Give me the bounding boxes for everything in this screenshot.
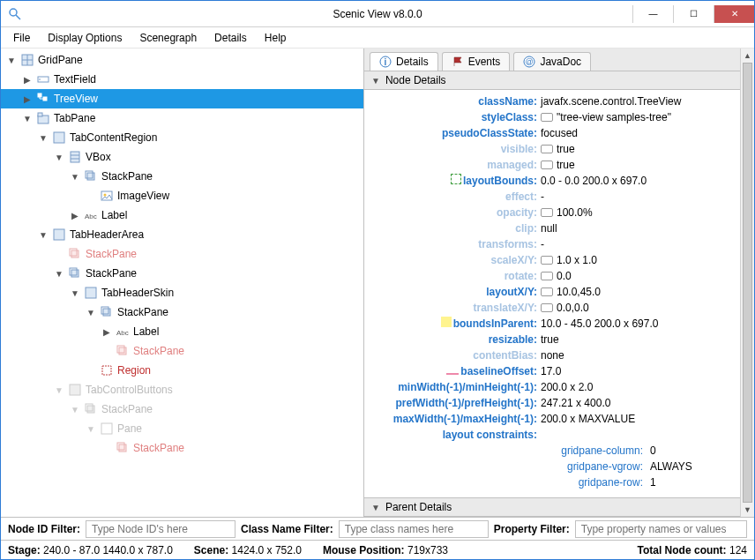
tree-node-label: StackPane: [101, 170, 153, 183]
tree-node[interactable]: ▶AbcLabel: [1, 205, 363, 225]
svg-rect-17: [87, 173, 94, 180]
property-key: contentBias:: [371, 347, 541, 363]
tree-node[interactable]: ▼StackPane: [1, 399, 363, 419]
tree-node[interactable]: StackPane: [1, 341, 363, 361]
checkbox-icon[interactable]: [541, 303, 553, 312]
tree-panel: ▼GridPane▶TextField▶TreeView▼TabPane▼Tab…: [1, 49, 364, 517]
chevron-down-icon[interactable]: ▼: [38, 230, 49, 240]
tree-node[interactable]: StackPane: [1, 244, 363, 264]
property-key: visible:: [371, 141, 541, 157]
tree-node[interactable]: ▼TabContentRegion: [1, 128, 363, 147]
menu-display-options[interactable]: Display Options: [39, 28, 131, 48]
menu-scenegraph[interactable]: Scenegraph: [131, 28, 206, 48]
chevron-down-icon[interactable]: ▼: [70, 288, 80, 298]
tree-node-label: TabContentRegion: [70, 131, 157, 144]
svg-text:Abc: Abc: [116, 329, 129, 337]
tree-node[interactable]: ▼StackPane: [1, 264, 363, 283]
section-node-details[interactable]: ▼ Node Details: [364, 71, 754, 90]
tree-node[interactable]: ▼TabHeaderSkin: [1, 283, 363, 302]
chevron-down-icon[interactable]: ▼: [86, 424, 96, 434]
window-title: Scenic View v8.0.0: [333, 8, 422, 20]
scrollbar-vertical[interactable]: ▲ ▼: [740, 49, 754, 517]
chevron-down-icon[interactable]: ▼: [54, 153, 64, 162]
checkbox-icon[interactable]: [541, 161, 553, 169]
checkbox-icon[interactable]: [541, 287, 553, 296]
menu-help[interactable]: Help: [256, 28, 295, 48]
tab-javadoc[interactable]: @ JavaDoc: [513, 52, 591, 71]
checkbox-icon[interactable]: [541, 208, 553, 217]
chevron-down-icon[interactable]: ▼: [54, 385, 64, 395]
chevron-down-icon[interactable]: ▼: [6, 56, 17, 65]
chevron-right-icon[interactable]: ▶: [70, 211, 80, 220]
maximize-button[interactable]: ☐: [673, 5, 714, 23]
tree-node-label: Region: [117, 364, 151, 377]
tree-node[interactable]: ▼TabHeaderArea: [1, 225, 363, 244]
section-parent-details[interactable]: ▼ Parent Details: [364, 497, 754, 517]
tab-events[interactable]: Events: [442, 52, 511, 71]
tree-node[interactable]: StackPane: [1, 438, 363, 458]
close-button[interactable]: ✕: [714, 5, 754, 23]
chevron-down-icon[interactable]: ▼: [86, 308, 96, 317]
node-id-filter-input[interactable]: [86, 520, 235, 538]
checkbox-icon[interactable]: [541, 113, 553, 122]
chevron-down-icon[interactable]: ▼: [38, 133, 49, 143]
menu-details[interactable]: Details: [206, 28, 256, 48]
status-bar: Stage: 240.0 - 87.0 1440.0 x 787.0 Scene…: [1, 540, 754, 559]
property-key: layout constraints:: [371, 427, 541, 443]
tree-node[interactable]: ▼TabControlButtons: [1, 380, 363, 399]
chevron-right-icon[interactable]: ▶: [22, 94, 33, 104]
checkbox-icon[interactable]: [541, 272, 553, 280]
chevron-down-icon[interactable]: ▼: [22, 114, 33, 123]
stack-icon: [116, 441, 130, 455]
tab-details[interactable]: i Details: [370, 52, 438, 71]
chevron-down-icon[interactable]: ▼: [70, 405, 80, 414]
checkbox-icon[interactable]: [541, 256, 553, 265]
constraint-key: gridpane-vgrow:: [541, 459, 647, 474]
tree-node[interactable]: ▼GridPane: [1, 50, 363, 70]
property-row: managed:true: [371, 157, 747, 173]
property-value: -: [541, 189, 544, 205]
chevron-down-icon[interactable]: ▼: [70, 172, 80, 182]
property-row: prefWidth(-1)/prefHeight(-1):247.21 x 40…: [371, 395, 747, 411]
pane-icon: [100, 422, 114, 436]
chevron-right-icon[interactable]: ▶: [22, 75, 33, 85]
property-row: translateX/Y:0.0,0.0: [371, 300, 747, 316]
tree-node[interactable]: ▼StackPane: [1, 302, 363, 322]
tree-node[interactable]: ▶TreeView: [1, 89, 363, 108]
minimize-button[interactable]: —: [632, 5, 673, 23]
tree-node[interactable]: Region: [1, 361, 363, 380]
property-row: layoutBounds:0.0 - 0.0 200.0 x 697.0: [371, 173, 747, 189]
tree-node[interactable]: ▼StackPane: [1, 167, 363, 186]
stack-icon: [68, 247, 82, 261]
tree-node[interactable]: ▶TextField: [1, 70, 363, 89]
tree-node[interactable]: ▼VBox: [1, 147, 363, 167]
property-value: javafx.scene.control.TreeView: [541, 93, 681, 109]
property-row: transforms:-: [371, 236, 747, 252]
menu-file[interactable]: File: [4, 28, 39, 48]
property-row: maxWidth(-1)/maxHeight(-1):200.0 x MAXVA…: [371, 411, 747, 427]
tree-node-label: Label: [133, 325, 159, 338]
tree-node[interactable]: ImageView: [1, 186, 363, 205]
tree-node[interactable]: ▼Pane: [1, 419, 363, 438]
property-value: -: [541, 236, 544, 252]
tree-node-label: TabHeaderSkin: [101, 287, 174, 299]
tree-node[interactable]: ▶AbcLabel: [1, 322, 363, 341]
property-value: 0.0,0.0: [541, 300, 589, 316]
class-filter-input[interactable]: [339, 520, 489, 538]
scenegraph-tree[interactable]: ▼GridPane▶TextField▶TreeView▼TabPane▼Tab…: [1, 49, 363, 517]
scroll-track[interactable]: [741, 63, 754, 503]
node-id-filter-label: Node ID Filter:: [8, 523, 80, 535]
checkbox-icon[interactable]: [541, 145, 553, 153]
chevron-down-icon[interactable]: ▼: [54, 269, 64, 279]
svg-text:i: i: [385, 57, 387, 67]
scroll-down-icon[interactable]: ▼: [741, 503, 754, 517]
constraint-value: 0: [650, 443, 656, 459]
scroll-up-icon[interactable]: ▲: [741, 49, 754, 63]
property-row: contentBias:none: [371, 347, 747, 363]
scroll-thumb[interactable]: [743, 63, 752, 503]
property-filter-input[interactable]: [575, 520, 747, 538]
tree-node[interactable]: ▼TabPane: [1, 108, 363, 128]
chevron-right-icon[interactable]: ▶: [101, 327, 112, 337]
app-icon: [8, 7, 22, 21]
tree-node-label: TabControlButtons: [86, 384, 173, 396]
